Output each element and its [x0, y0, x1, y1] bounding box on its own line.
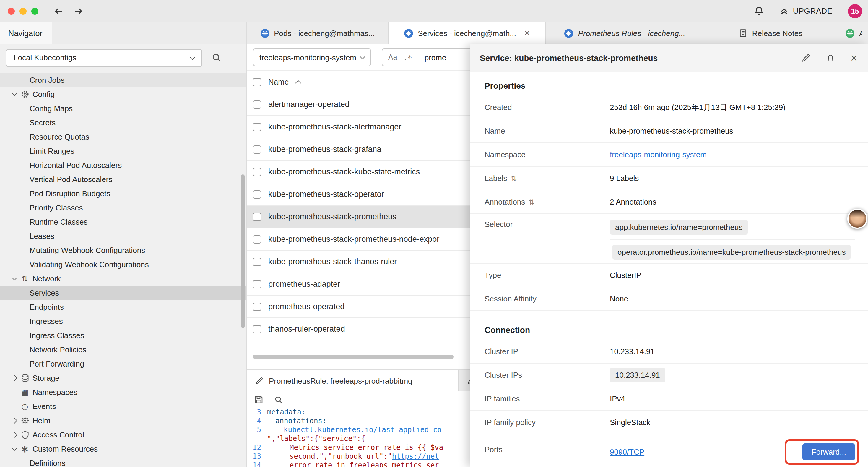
- table-row[interactable]: thanos-ruler-operated: [247, 318, 470, 341]
- table-row[interactable]: kube-prometheus-stack-alertmanager: [247, 116, 470, 138]
- table-row[interactable]: kube-prometheus-stack-operator: [247, 183, 470, 206]
- sidebar-item-definitions[interactable]: Definitions: [0, 456, 246, 467]
- sidebar-scrollbar[interactable]: [241, 174, 245, 328]
- sidebar-item-port-forwarding[interactable]: Port Forwarding: [0, 356, 246, 371]
- table-row[interactable]: prometheus-adapter: [247, 273, 470, 296]
- yaml-editor[interactable]: 3metadata: 4annotations: 5kubectl.kubern…: [247, 408, 470, 467]
- sidebar-item-runtime-classes[interactable]: Runtime Classes: [0, 214, 246, 229]
- row-checkbox[interactable]: [253, 325, 261, 333]
- sidebar-item-config[interactable]: Config: [0, 87, 246, 101]
- namespace-link[interactable]: freeleaps-monitoring-system: [610, 150, 707, 159]
- horizontal-scrollbar[interactable]: [253, 355, 454, 359]
- row-checkbox[interactable]: [253, 235, 261, 243]
- code-line: ","labels":{"service":{: [267, 435, 365, 443]
- close-drawer-icon[interactable]: ×: [850, 52, 857, 64]
- chevron-down-icon: [189, 54, 195, 60]
- window-close-button[interactable]: [8, 7, 15, 14]
- sidebar-item-mutating-webhook-configurations[interactable]: Mutating Webhook Configurations: [0, 243, 246, 257]
- upgrade-button[interactable]: UPGRADE: [779, 6, 833, 16]
- type-value: ClusterIP: [610, 271, 642, 280]
- forward-button[interactable]: Forward...: [803, 443, 855, 460]
- table-row[interactable]: prometheus-operated: [247, 296, 470, 318]
- name-column-header[interactable]: Name: [268, 78, 289, 86]
- expand-updown-icon[interactable]: ⇅: [511, 174, 517, 182]
- sidebar-item-leases[interactable]: Leases: [0, 229, 246, 243]
- sidebar-item-helm[interactable]: Helm: [0, 413, 246, 428]
- row-checkbox[interactable]: [253, 145, 261, 153]
- expand-updown-icon[interactable]: ⇅: [529, 198, 534, 206]
- sidebar-item-ingress-classes[interactable]: Ingress Classes: [0, 328, 246, 342]
- row-checkbox[interactable]: [253, 212, 261, 221]
- sidebar-item-horizontal-pod-autoscalers[interactable]: Horizontal Pod Autoscalers: [0, 158, 246, 172]
- table-row[interactable]: kube-prometheus-stack-grafana: [247, 138, 470, 161]
- namespace-selector[interactable]: freeleaps-monitoring-system: [253, 49, 371, 66]
- back-button[interactable]: [54, 6, 64, 16]
- forward-button[interactable]: [73, 6, 83, 16]
- code-line: kubectl.kubernetes.io/last-applied-co: [267, 426, 442, 435]
- save-icon[interactable]: [254, 395, 264, 404]
- kubernetes-cluster-icon: [260, 29, 269, 37]
- sidebar-item-network[interactable]: ⇅ Network: [0, 271, 246, 286]
- tab-argo[interactable]: Argo Se: [837, 23, 868, 44]
- table-search-input[interactable]: Aa .* prome: [382, 49, 470, 66]
- row-checkbox[interactable]: [253, 258, 261, 266]
- table-row[interactable]: kube-prometheus-stack-thanos-ruler: [247, 251, 470, 273]
- sidebar-item-vertical-pod-autoscalers[interactable]: Vertical Pod Autoscalers: [0, 172, 246, 186]
- sidebar-item-access-control[interactable]: Access Control: [0, 428, 246, 442]
- sidebar-item-cron-jobs[interactable]: Cron Jobs: [0, 73, 246, 87]
- row-checkbox[interactable]: [253, 100, 261, 109]
- sidebar-item-pod-disruption-budgets[interactable]: Pod Disruption Budgets: [0, 186, 246, 200]
- table-row[interactable]: kube-prometheus-stack-kube-state-metrics: [247, 161, 470, 183]
- sidebar-item-limit-ranges[interactable]: Limit Ranges: [0, 144, 246, 158]
- sidebar-item-validating-webhook-configurations[interactable]: Validating Webhook Configurations: [0, 257, 246, 271]
- sidebar-item-network-policies[interactable]: Network Policies: [0, 342, 246, 356]
- cluster-ip-label: Cluster IP: [485, 347, 610, 356]
- sidebar-item-storage[interactable]: Storage: [0, 371, 246, 385]
- sidebar-item-endpoints[interactable]: Endpoints: [0, 300, 246, 314]
- row-checkbox[interactable]: [253, 190, 261, 198]
- url-token: https://net: [392, 452, 439, 461]
- window-minimize-button[interactable]: [20, 7, 27, 14]
- sidebar-item-priority-classes[interactable]: Priority Classes: [0, 200, 246, 214]
- sidebar-item-ingresses[interactable]: Ingresses: [0, 314, 246, 328]
- edit-resource-icon[interactable]: [802, 53, 811, 63]
- sidebar-item-config-maps[interactable]: Config Maps: [0, 101, 246, 115]
- tab-services[interactable]: Services - icecheng@math... ×: [389, 23, 546, 44]
- row-checkbox[interactable]: [253, 280, 261, 288]
- sidebar-item-resource-quotas[interactable]: Resource Quotas: [0, 129, 246, 144]
- row-checkbox[interactable]: [253, 168, 261, 176]
- sidebar-item-namespaces[interactable]: ▦ Namespaces: [0, 385, 246, 399]
- network-icon: ⇅: [19, 274, 31, 283]
- tab-prometheus-rules[interactable]: Prometheus Rules - icecheng...: [546, 23, 704, 44]
- dock-tab-partial[interactable]: [459, 370, 470, 391]
- window-zoom-button[interactable]: [31, 7, 38, 14]
- table-row-selected[interactable]: kube-prometheus-stack-prometheus: [247, 206, 470, 228]
- table-row[interactable]: kube-prometheus-stack-prometheus-node-ex…: [247, 228, 470, 251]
- table-row[interactable]: alertmanager-operated: [247, 93, 470, 116]
- row-checkbox[interactable]: [253, 302, 261, 311]
- avatar[interactable]: [847, 209, 867, 229]
- sidebar-item-secrets[interactable]: Secrets: [0, 115, 246, 129]
- sidebar-item-custom-resources[interactable]: ∗ Custom Resources: [0, 442, 246, 456]
- editor-search-icon[interactable]: [274, 395, 283, 404]
- sidebar-item-events[interactable]: ◷ Events: [0, 399, 246, 413]
- kubeconfig-selector[interactable]: Local Kubeconfigs: [6, 49, 202, 66]
- type-row: Type ClusterIP: [470, 264, 868, 287]
- chevron-down-icon: [9, 93, 19, 95]
- dock-tab-prometheusrule[interactable]: PrometheusRule: freeleaps-prod-rabbitmq: [247, 370, 459, 391]
- match-case-toggle[interactable]: Aa: [388, 53, 397, 61]
- regex-toggle[interactable]: .*: [403, 53, 412, 62]
- tab-pods[interactable]: Pods - icecheng@mathmas...: [247, 23, 389, 44]
- select-all-checkbox[interactable]: [253, 78, 261, 86]
- delete-resource-icon[interactable]: [826, 53, 835, 63]
- kubernetes-cluster-icon: [845, 29, 855, 37]
- sidebar-item-services[interactable]: Services: [0, 286, 246, 300]
- notification-count-badge[interactable]: 15: [848, 4, 862, 18]
- row-checkbox[interactable]: [253, 123, 261, 131]
- sidebar-search-icon[interactable]: [212, 53, 222, 63]
- tab-release-notes[interactable]: Release Notes: [704, 23, 837, 44]
- port-link-9090[interactable]: 9090/TCP: [610, 447, 644, 456]
- close-tab-icon[interactable]: ×: [524, 28, 530, 38]
- notifications-bell-icon[interactable]: [754, 6, 764, 16]
- chevron-right-icon: [9, 376, 19, 380]
